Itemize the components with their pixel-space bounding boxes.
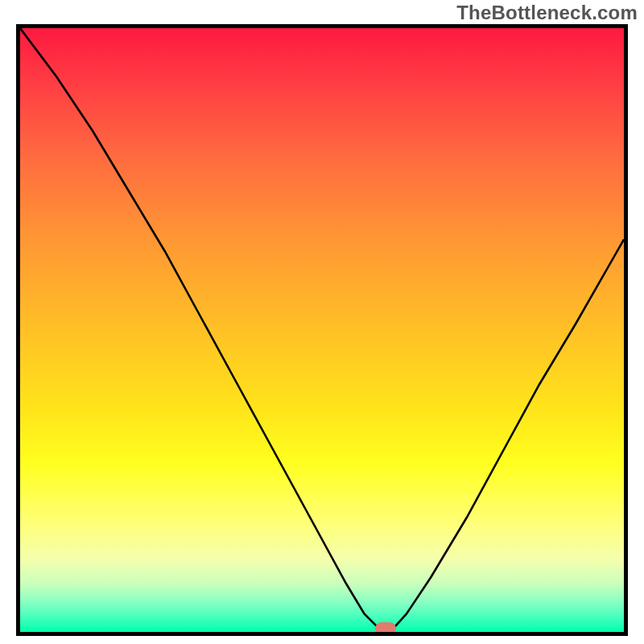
curve-path [20, 28, 624, 629]
watermark-text: TheBottleneck.com [456, 2, 638, 24]
optimal-marker [375, 622, 396, 635]
chart-frame [16, 24, 628, 636]
bottleneck-curve [20, 28, 624, 632]
